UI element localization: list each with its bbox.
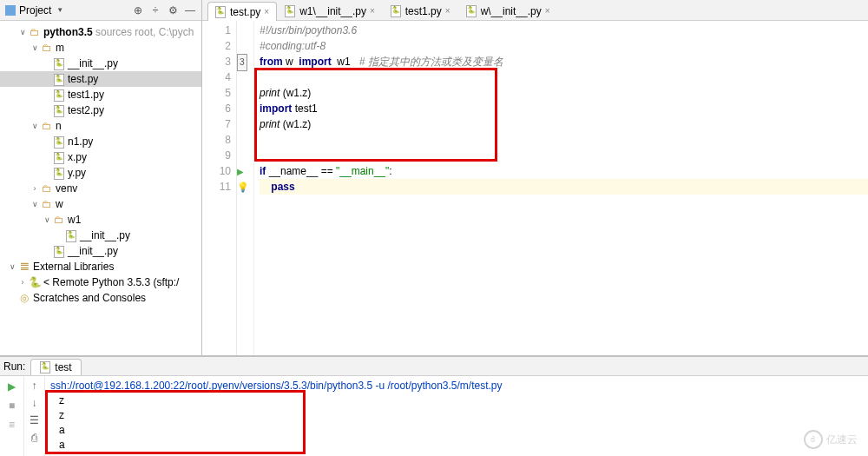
scroll-up-icon[interactable]: ↑	[32, 380, 37, 392]
expand-arrow-icon[interactable]: ∨	[42, 215, 52, 224]
tree-file[interactable]: ›test2.py	[0, 102, 201, 118]
project-panel: Project ▼ ⊕ ÷ ⚙ — ∨ 🗀 python3.5 sources …	[0, 0, 202, 355]
python-file-icon	[52, 89, 66, 101]
hide-icon[interactable]: —	[184, 4, 196, 17]
editor-tab[interactable]: w\__init__.py×	[458, 1, 558, 20]
print-icon[interactable]: ⎙	[31, 432, 37, 444]
watermark-icon: ಠ	[804, 430, 823, 449]
editor-tab[interactable]: test.py×	[207, 2, 277, 21]
tab-label: w\__init__.py	[481, 5, 542, 17]
gear-icon[interactable]: ⚙	[167, 4, 179, 17]
tab-label: w1\__init__.py	[299, 5, 366, 17]
editor-tab[interactable]: test1.py×	[383, 1, 458, 20]
run-body: ▶ ■ ≡ ↑ ↓ ☰ ⎙ ssh://root@192.168.1.200:2…	[0, 376, 868, 456]
tree-folder[interactable]: ∨🗀n	[0, 118, 201, 134]
run-config-name: test	[55, 361, 71, 373]
tree-item-label: __init__.py	[78, 229, 130, 241]
wrap-icon[interactable]: ☰	[30, 414, 39, 426]
expand-arrow-icon[interactable]: ›	[30, 184, 40, 193]
expand-arrow-icon[interactable]: ∨	[7, 262, 17, 271]
expand-arrow-icon[interactable]: ∨	[17, 28, 28, 36]
external-libraries[interactable]: ∨ 𝌆 External Libraries	[0, 259, 201, 274]
intention-bulb-icon[interactable]: 💡	[237, 182, 249, 192]
tree-item-label: n1.py	[66, 135, 93, 148]
stop-button[interactable]: ■	[5, 399, 19, 413]
python-remote-icon: 🐍	[28, 276, 42, 288]
project-icon	[5, 5, 16, 16]
target-icon[interactable]: ⊕	[132, 4, 144, 17]
editor-tab[interactable]: w1\__init__.py×	[277, 1, 383, 20]
tree-file[interactable]: ›test1.py	[0, 87, 201, 102]
run-panel: Run: test ▶ ■ ≡ ↑ ↓ ☰ ⎙ ssh://root@192.1…	[0, 356, 868, 456]
code-line[interactable]: if __name__ == "__main__":	[260, 163, 868, 179]
run-toolbar-secondary: ↑ ↓ ☰ ⎙	[24, 376, 45, 456]
code-line[interactable]: #conding:utf-8	[260, 38, 868, 54]
run-gutter-icon[interactable]: ▶	[237, 167, 244, 176]
collapse-icon[interactable]: ÷	[149, 4, 161, 17]
python-file-icon	[215, 6, 227, 17]
tree-folder[interactable]: ∨🗀w1	[0, 212, 201, 228]
expand-arrow-icon[interactable]: ›	[42, 151, 52, 163]
expand-arrow-icon[interactable]: ›	[42, 89, 52, 101]
expand-arrow-icon[interactable]: ›	[42, 73, 52, 85]
tree-file[interactable]: ›__init__.py	[0, 228, 201, 243]
tree-file[interactable]: ›__init__.py	[0, 243, 201, 259]
libraries-icon: 𝌆	[17, 261, 31, 273]
python-file-icon	[52, 104, 66, 116]
close-icon[interactable]: ×	[264, 7, 269, 17]
remote-python[interactable]: › 🐍 < Remote Python 3.5.3 (sftp:/	[0, 274, 201, 290]
expand-arrow-icon[interactable]: ∨	[30, 200, 40, 208]
python-file-icon	[391, 5, 402, 17]
expand-arrow-icon[interactable]: ∨	[30, 122, 40, 130]
scroll-down-icon[interactable]: ↓	[32, 397, 37, 409]
expand-arrow-icon[interactable]: ∨	[30, 43, 40, 52]
tree-item-label: y.py	[66, 167, 86, 179]
tree-file[interactable]: ›test.py	[0, 71, 201, 87]
expand-arrow-icon[interactable]: ›	[42, 167, 52, 179]
expand-arrow-icon[interactable]: ›	[42, 57, 52, 69]
tree-file[interactable]: ›y.py	[0, 165, 201, 181]
tree-file[interactable]: ›n1.py	[0, 134, 201, 149]
run-config-tab[interactable]: test	[30, 359, 81, 375]
tree-folder[interactable]: ∨🗀w	[0, 196, 201, 212]
tree-folder[interactable]: ›🗀venv	[0, 181, 201, 196]
run-output[interactable]: ssh://root@192.168.1.200:22/root/.pyenv/…	[45, 376, 868, 456]
expand-arrow-icon[interactable]: ›	[42, 135, 52, 148]
python-file-icon	[285, 5, 296, 17]
code-editor[interactable]: 1234567891011 3▶💡 #!/usr/bin/poython3.6#…	[202, 21, 868, 355]
tree-file[interactable]: ›__init__.py	[0, 56, 201, 71]
tree-item-label: w1	[66, 214, 81, 226]
expand-arrow-icon[interactable]: ›	[42, 245, 52, 257]
rerun-button[interactable]: ▶	[5, 380, 19, 393]
python-file-icon	[52, 73, 66, 85]
expand-arrow-icon[interactable]: ›	[54, 229, 64, 241]
tree-item-label: test2.py	[66, 104, 104, 116]
code-line[interactable]: #!/usr/bin/poython3.6	[260, 23, 868, 38]
close-icon[interactable]: ×	[445, 6, 450, 16]
tree-file[interactable]: ›x.py	[0, 149, 201, 165]
inspection-marker[interactable]: 3	[237, 54, 247, 71]
scratches[interactable]: › ◎ Scratches and Consoles	[0, 290, 201, 306]
pause-button[interactable]: ≡	[5, 418, 19, 432]
tree-root[interactable]: ∨ 🗀 python3.5 sources root, C:\pych	[0, 24, 201, 40]
run-panel-header: Run: test	[0, 357, 868, 376]
tree-item-label: __init__.py	[66, 245, 118, 257]
gutter-icons: 3▶💡	[237, 21, 254, 355]
close-icon[interactable]: ×	[545, 6, 550, 16]
code-content[interactable]: #!/usr/bin/poython3.6#conding:utf-8from …	[254, 21, 868, 355]
line-gutter: 1234567891011	[202, 21, 237, 355]
tree-item-label: test1.py	[66, 89, 104, 101]
folder-icon: 🗀	[40, 198, 54, 210]
tree-item-label: n	[54, 120, 62, 132]
python-file-icon	[64, 229, 78, 241]
tree-folder[interactable]: ∨🗀m	[0, 40, 201, 56]
project-tree: ∨ 🗀 python3.5 sources root, C:\pych ∨🗀m›…	[0, 21, 201, 309]
expand-arrow-icon[interactable]: ›	[42, 104, 52, 116]
project-dropdown[interactable]: Project ▼	[5, 4, 63, 17]
code-line[interactable]: pass	[260, 179, 868, 195]
close-icon[interactable]: ×	[370, 6, 375, 16]
folder-icon: 🗀	[52, 214, 66, 226]
expand-arrow-icon[interactable]: ›	[17, 278, 28, 287]
folder-icon: 🗀	[40, 182, 54, 195]
folder-icon: 🗀	[40, 42, 54, 54]
